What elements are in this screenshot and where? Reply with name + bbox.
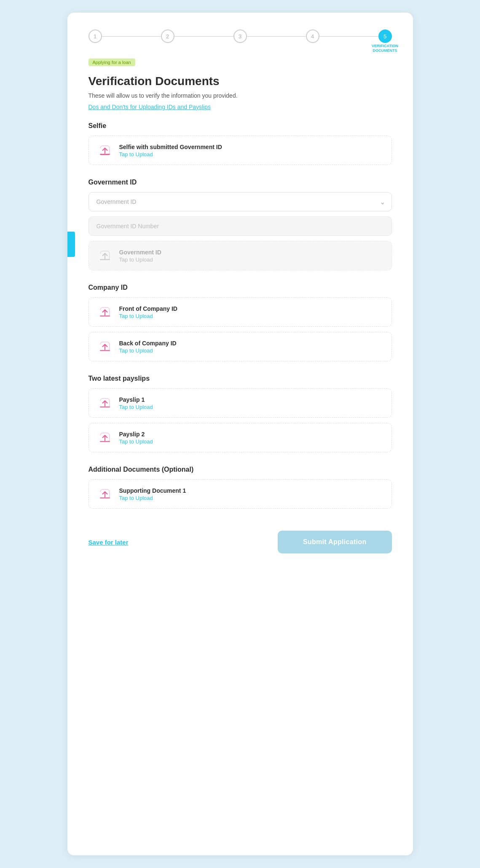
additional-docs-section: Additional Documents (Optional) Supporti…: [88, 466, 392, 509]
payslip-2-label: Payslip 2: [119, 431, 153, 438]
payslips-title: Two latest payslips: [88, 375, 392, 382]
step-circle-5: 5: [378, 29, 392, 43]
step-line-3: [247, 36, 306, 37]
step-line-2: [174, 36, 233, 37]
payslip-2-icon: [97, 430, 113, 445]
company-id-title: Company ID: [88, 284, 392, 291]
government-id-tap: Tap to Upload: [119, 256, 161, 263]
progress-bar: 1 2 3 4 5 Verification Documents: [88, 29, 392, 43]
payslip-1-text: Payslip 1 Tap to Upload: [119, 396, 153, 410]
front-company-id-upload[interactable]: Front of Company ID Tap to Upload: [88, 297, 392, 327]
supporting-doc-1-label: Supporting Document 1: [119, 487, 186, 494]
step-2: 2: [161, 29, 174, 43]
applying-badge: Applying for a loan: [88, 59, 135, 66]
submit-application-button[interactable]: Submit Application: [278, 531, 392, 553]
supporting-doc-1-tap: Tap to Upload: [119, 495, 186, 501]
supporting-doc-1-text: Supporting Document 1 Tap to Upload: [119, 487, 186, 501]
selfie-upload-text: Selfie with submitted Government ID Tap …: [119, 144, 222, 158]
footer: Save for later Submit Application: [88, 522, 392, 553]
selfie-tap: Tap to Upload: [119, 151, 222, 158]
selfie-section: Selfie Selfie with submitted Government …: [88, 122, 392, 165]
step-circle-4: 4: [306, 29, 319, 43]
government-id-section: Government ID Government ID Passport Dri…: [88, 179, 392, 270]
payslip-2-tap: Tap to Upload: [119, 438, 153, 445]
page-description: These will allow us to verify the inform…: [88, 92, 392, 99]
payslips-section: Two latest payslips Payslip 1 Tap to Upl…: [88, 375, 392, 452]
step-5-label: Verification Documents: [370, 44, 400, 53]
main-card: 1 2 3 4 5 Verification Documents Applyin…: [67, 13, 413, 855]
step-4: 4: [306, 29, 319, 43]
government-id-title: Government ID: [88, 179, 392, 186]
back-company-id-tap: Tap to Upload: [119, 347, 177, 354]
step-line-1: [102, 36, 161, 37]
front-company-id-label: Front of Company ID: [119, 305, 177, 312]
government-id-number-input[interactable]: [88, 216, 392, 236]
government-id-upload-box[interactable]: Government ID Tap to Upload: [88, 241, 392, 270]
selfie-upload-icon: [97, 143, 113, 158]
payslip-1-upload[interactable]: Payslip 1 Tap to Upload: [88, 388, 392, 418]
payslip-1-icon: [97, 395, 113, 411]
government-id-upload-label: Government ID: [119, 249, 161, 256]
government-id-dropdown-wrap: Government ID Passport Driver's License …: [88, 192, 392, 211]
selfie-upload-box[interactable]: Selfie with submitted Government ID Tap …: [88, 136, 392, 165]
supporting-doc-1-upload[interactable]: Supporting Document 1 Tap to Upload: [88, 479, 392, 509]
additional-docs-title: Additional Documents (Optional): [88, 466, 392, 473]
government-id-upload-icon: [97, 248, 113, 263]
government-id-upload-text: Government ID Tap to Upload: [119, 249, 161, 263]
government-id-dropdown[interactable]: Government ID Passport Driver's License …: [88, 192, 392, 211]
back-company-id-icon: [97, 339, 113, 354]
save-for-later-button[interactable]: Save for later: [88, 539, 129, 546]
step-circle-2: 2: [161, 29, 174, 43]
payslip-2-upload[interactable]: Payslip 2 Tap to Upload: [88, 423, 392, 452]
side-accent: [67, 232, 75, 257]
back-company-id-text: Back of Company ID Tap to Upload: [119, 340, 177, 354]
supporting-doc-1-icon: [97, 486, 113, 502]
front-company-id-icon: [97, 304, 113, 320]
step-5: 5 Verification Documents: [378, 29, 392, 43]
company-id-section: Company ID Front of Company ID Tap to Up…: [88, 284, 392, 361]
payslip-1-tap: Tap to Upload: [119, 404, 153, 410]
step-circle-1: 1: [88, 29, 102, 43]
step-line-4: [319, 36, 378, 37]
step-circle-3: 3: [233, 29, 247, 43]
step-1: 1: [88, 29, 102, 43]
back-company-id-upload[interactable]: Back of Company ID Tap to Upload: [88, 332, 392, 361]
front-company-id-tap: Tap to Upload: [119, 313, 177, 319]
front-company-id-text: Front of Company ID Tap to Upload: [119, 305, 177, 319]
page-title: Verification Documents: [88, 75, 392, 88]
payslip-1-label: Payslip 1: [119, 396, 153, 403]
selfie-label: Selfie with submitted Government ID: [119, 144, 222, 150]
selfie-section-title: Selfie: [88, 122, 392, 130]
back-company-id-label: Back of Company ID: [119, 340, 177, 347]
dos-dont-link[interactable]: Dos and Don'ts for Uploading IDs and Pay…: [88, 104, 211, 110]
payslip-2-text: Payslip 2 Tap to Upload: [119, 431, 153, 445]
step-3: 3: [233, 29, 247, 43]
